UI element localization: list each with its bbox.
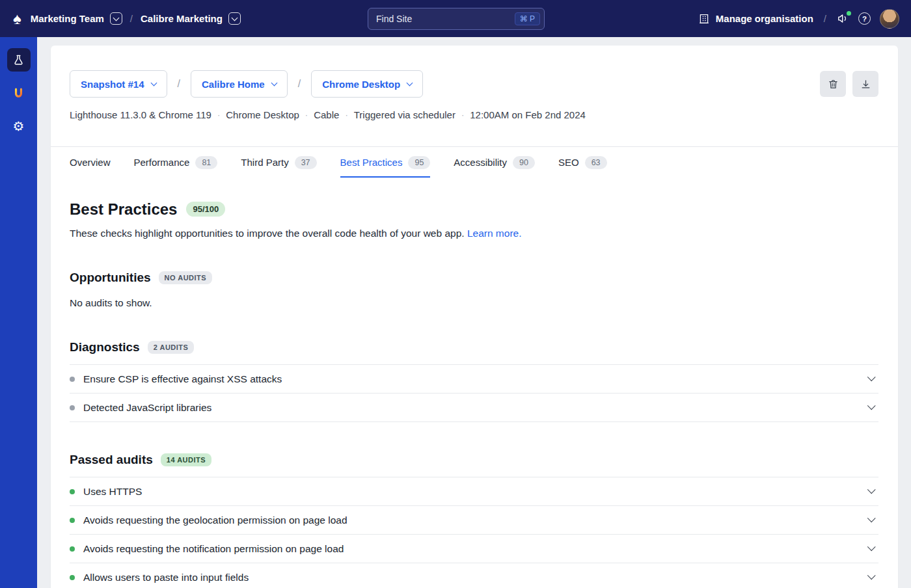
tab-best-practices[interactable]: Best Practices 95 — [340, 147, 431, 178]
breadcrumb-separator: / — [178, 78, 180, 90]
tab-overview[interactable]: Overview — [70, 147, 111, 178]
team-switcher[interactable]: Marketing Team — [31, 12, 122, 25]
help-button[interactable]: ? — [858, 12, 871, 25]
audit-label: Detected JavaScript libraries — [83, 402, 211, 414]
audit-label: Allows users to paste into input fields — [83, 572, 249, 583]
tab-performance[interactable]: Performance 81 — [134, 147, 218, 178]
trash-icon — [828, 79, 839, 90]
building-icon — [698, 13, 710, 25]
page-select[interactable]: Calibre Home — [191, 70, 288, 98]
site-name: Calibre Marketing — [141, 13, 223, 24]
site-switcher[interactable]: Calibre Marketing — [141, 12, 241, 25]
snapshot-header: Snapshot #14 / Calibre Home / Chrome Des… — [51, 46, 898, 98]
meta-lighthouse: Lighthouse 11.3.0 & Chrome 119 — [70, 108, 211, 122]
passed-audit-list: Uses HTTPS Avoids requesting the geoloca… — [70, 477, 878, 588]
tab-label: Third Party — [241, 157, 288, 168]
tab-score-badge: 95 — [408, 156, 430, 169]
section-title: Opportunities — [70, 270, 151, 286]
page-description: These checks highlight opportunities to … — [70, 226, 878, 240]
tab-seo[interactable]: SEO 63 — [558, 147, 607, 178]
audits-count-badge: NO AUDITS — [159, 271, 213, 284]
snapshot-select[interactable]: Snapshot #14 — [70, 70, 167, 98]
tab-label: SEO — [558, 157, 579, 168]
sidebar-item-settings[interactable]: ⚙ — [7, 114, 31, 138]
no-audits-message: No audits to show. — [70, 296, 878, 310]
download-snapshot-button[interactable] — [852, 71, 878, 97]
notification-dot — [847, 11, 851, 16]
section-title: Diagnostics — [70, 340, 140, 355]
profile-select-label: Chrome Desktop — [322, 79, 400, 90]
audits-count-badge: 2 AUDITS — [148, 341, 195, 354]
sidebar-item-integrations[interactable] — [7, 81, 31, 105]
meta-separator: · — [345, 108, 347, 122]
meta-separator: · — [217, 108, 220, 122]
score-badge: 95/100 — [186, 202, 225, 217]
snapshot-breadcrumb: Snapshot #14 / Calibre Home / Chrome Des… — [70, 70, 423, 98]
site-search: ⌘ P — [368, 8, 545, 30]
audit-row[interactable]: Avoids requesting the geolocation permis… — [70, 505, 878, 534]
chevron-down-icon — [867, 572, 875, 580]
delete-snapshot-button[interactable] — [820, 71, 846, 97]
description-text: These checks highlight opportunities to … — [70, 228, 465, 239]
diagnostics-audit-list: Ensure CSP is effective against XSS atta… — [70, 364, 878, 422]
user-avatar[interactable] — [880, 9, 899, 29]
opportunities-section-head: Opportunities NO AUDITS — [70, 270, 878, 286]
snapshot-panel: Snapshot #14 / Calibre Home / Chrome Des… — [51, 46, 898, 588]
meta-connection: Cable — [314, 108, 339, 122]
breadcrumb-separator: / — [298, 78, 301, 90]
page-title: Best Practices — [70, 200, 177, 219]
audit-row[interactable]: Allows users to paste into input fields — [70, 563, 878, 588]
page-select-label: Calibre Home — [202, 79, 265, 90]
status-dot-icon — [70, 405, 75, 410]
tab-label: Performance — [134, 157, 190, 168]
meta-timestamp: 12:00AM on Feb 2nd 2024 — [470, 108, 586, 122]
tab-score-badge: 37 — [295, 156, 317, 169]
chevron-down-icon — [867, 514, 875, 522]
chevron-down-icon — [867, 543, 875, 551]
chevron-down-icon — [867, 486, 875, 494]
sidebar-item-lab[interactable] — [7, 48, 31, 72]
audit-label: Ensure CSP is effective against XSS atta… — [83, 373, 282, 385]
meta-separator: · — [461, 108, 464, 122]
audit-row[interactable]: Uses HTTPS — [70, 477, 878, 505]
tab-score-badge: 81 — [195, 156, 217, 169]
snapshot-meta: Lighthouse 11.3.0 & Chrome 119 · Chrome … — [51, 108, 898, 122]
manage-organisation-label: Manage organisation — [716, 13, 813, 24]
team-name: Marketing Team — [31, 13, 104, 24]
audit-row[interactable]: Ensure CSP is effective against XSS atta… — [70, 364, 878, 393]
profile-select[interactable]: Chrome Desktop — [311, 70, 423, 98]
audit-label: Uses HTTPS — [83, 486, 142, 498]
audit-label: Avoids requesting the notification permi… — [83, 543, 344, 555]
main-area: Snapshot #14 / Calibre Home / Chrome Des… — [37, 37, 911, 588]
tab-third-party[interactable]: Third Party 37 — [241, 147, 316, 178]
tab-label: Best Practices — [340, 157, 403, 168]
chevron-down-icon — [867, 402, 875, 410]
audit-row[interactable]: Detected JavaScript libraries — [70, 393, 878, 421]
meta-separator: · — [305, 108, 308, 122]
tab-label: Overview — [70, 157, 111, 168]
audit-label: Avoids requesting the geolocation permis… — [83, 514, 347, 526]
chevron-down-icon — [150, 79, 157, 86]
meta-profile: Chrome Desktop — [226, 108, 299, 122]
tab-score-badge: 63 — [585, 156, 607, 169]
audits-count-badge: 14 AUDITS — [161, 453, 211, 466]
announcements-button[interactable] — [837, 12, 849, 25]
page-title-row: Best Practices 95/100 — [70, 200, 878, 219]
tab-accessibility[interactable]: Accessibility 90 — [454, 147, 535, 178]
navbar-right: Manage organisation / ? — [545, 9, 899, 29]
learn-more-link[interactable]: Learn more. — [467, 228, 522, 239]
download-icon — [860, 79, 871, 90]
audit-row[interactable]: Avoids requesting the notification permi… — [70, 534, 878, 563]
status-dot-icon — [70, 575, 75, 580]
calibre-logo-icon[interactable]: ♠ — [13, 11, 21, 27]
gear-icon: ⚙ — [13, 120, 25, 133]
tab-label: Accessibility — [454, 157, 507, 168]
magnet-u-icon — [12, 87, 25, 100]
manage-organisation-button[interactable]: Manage organisation — [698, 13, 813, 25]
app-sidebar: ⚙ — [0, 37, 37, 588]
navbar-left: ♠ Marketing Team / Calibre Marketing — [13, 11, 368, 27]
top-navbar: ♠ Marketing Team / Calibre Marketing ⌘ P… — [0, 0, 911, 37]
navbar-separator: / — [824, 13, 826, 24]
chevron-down-icon — [271, 79, 277, 86]
chevron-down-icon — [867, 373, 875, 381]
